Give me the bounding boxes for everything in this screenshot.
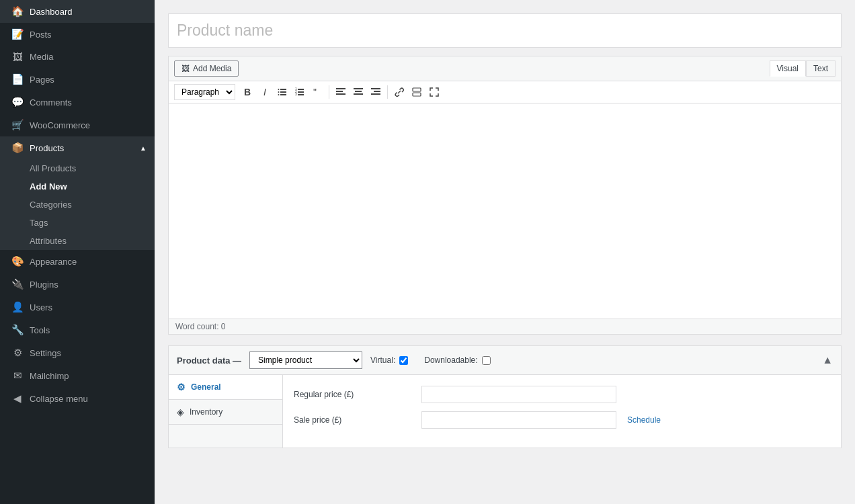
svg-rect-8	[298, 94, 304, 95]
toolbar-separator-1	[329, 85, 329, 99]
svg-text:": "	[313, 87, 317, 97]
sidebar-item-products[interactable]: 📦 Products ▲	[0, 136, 155, 159]
svg-rect-13	[336, 88, 345, 89]
link-button[interactable]	[391, 84, 407, 100]
regular-price-row: Regular price (£)	[294, 386, 830, 403]
bold-button[interactable]: B	[239, 84, 255, 100]
svg-rect-21	[371, 93, 380, 95]
sidebar-item-label: Mailchimp	[30, 371, 147, 381]
svg-rect-0	[280, 89, 286, 90]
visual-text-tabs: Visual Text	[770, 60, 836, 77]
plugins-icon: 🔌	[11, 278, 24, 290]
svg-rect-19	[371, 88, 380, 89]
pd-tab-general-label: General	[191, 382, 221, 392]
sidebar-item-label: Comments	[30, 97, 147, 108]
sidebar-collapse-menu[interactable]: ◀ Collapse menu	[0, 387, 155, 410]
italic-button[interactable]: I	[257, 84, 273, 100]
paragraph-select[interactable]: Paragraph	[174, 84, 235, 100]
svg-point-3	[278, 89, 280, 90]
sidebar-item-comments[interactable]: 💬 Comments	[0, 91, 155, 114]
sidebar-item-label: Products	[30, 143, 134, 153]
editor-toolbar: Paragraph B I 123 "	[169, 81, 841, 103]
insert-row-button[interactable]	[409, 84, 425, 100]
toolbar-separator-2	[387, 85, 388, 99]
settings-icon: ⚙	[11, 347, 24, 359]
sidebar-item-tools[interactable]: 🔧 Tools	[0, 319, 155, 341]
sidebar-item-woocommerce[interactable]: 🛒 WooCommerce	[0, 114, 155, 136]
sidebar-item-users[interactable]: 👤 Users	[0, 296, 155, 319]
align-center-button[interactable]	[350, 84, 366, 100]
comments-icon: 💬	[11, 96, 24, 108]
woocommerce-icon: 🛒	[11, 119, 24, 131]
submenu-tags[interactable]: Tags	[0, 214, 155, 232]
ordered-list-button[interactable]: 123	[292, 84, 308, 100]
downloadable-area: Downloadable:	[424, 355, 490, 365]
sidebar-item-appearance[interactable]: 🎨 Appearance	[0, 250, 155, 273]
collapse-icon: ◀	[11, 392, 24, 405]
submenu-all-products[interactable]: All Products	[0, 159, 155, 177]
posts-icon: 📝	[11, 28, 24, 40]
svg-point-5	[278, 94, 280, 95]
svg-rect-7	[298, 91, 304, 93]
svg-rect-23	[413, 93, 421, 96]
pd-tab-inventory[interactable]: ◈ Inventory	[169, 400, 282, 425]
pd-tab-inventory-label: Inventory	[190, 407, 222, 417]
submenu-attributes[interactable]: Attributes	[0, 232, 155, 250]
sidebar-item-label: Users	[30, 302, 147, 312]
submenu-categories[interactable]: Categories	[0, 196, 155, 214]
sale-price-row: Sale price (£) Schedule	[294, 411, 830, 429]
sidebar-item-settings[interactable]: ⚙ Settings	[0, 341, 155, 364]
word-count-bar: Word count: 0	[169, 319, 841, 334]
add-media-button[interactable]: 🖼 Add Media	[174, 60, 239, 77]
product-data-section: Product data — Simple product Variable p…	[168, 345, 842, 448]
downloadable-checkbox[interactable]	[482, 356, 491, 365]
sidebar-item-label: Tools	[30, 325, 147, 335]
sidebar-item-pages[interactable]: 📄 Pages	[0, 68, 155, 91]
product-data-collapse-button[interactable]: ▲	[822, 354, 833, 366]
virtual-label: Virtual:	[370, 355, 395, 365]
sidebar-item-label: Pages	[30, 75, 147, 85]
sidebar-item-label: Collapse menu	[30, 394, 147, 404]
unordered-list-button[interactable]	[274, 84, 290, 100]
align-left-button[interactable]	[333, 84, 349, 100]
pd-tab-general[interactable]: ⚙ General	[169, 375, 282, 400]
product-data-content: Regular price (£) Sale price (£) Schedul…	[283, 375, 841, 448]
svg-rect-6	[298, 89, 304, 90]
svg-rect-1	[280, 91, 286, 93]
product-data-header: Product data — Simple product Variable p…	[169, 346, 841, 375]
sidebar-item-dashboard[interactable]: 🏠 Dashboard	[0, 0, 155, 23]
svg-point-4	[278, 91, 280, 93]
svg-rect-22	[413, 88, 421, 91]
sidebar-item-mailchimp[interactable]: ✉ Mailchimp	[0, 364, 155, 387]
add-media-label: Add Media	[193, 64, 231, 73]
svg-rect-18	[354, 93, 363, 95]
regular-price-input[interactable]	[421, 386, 616, 403]
sidebar-item-media[interactable]: 🖼 Media	[0, 46, 155, 68]
schedule-link[interactable]: Schedule	[627, 415, 661, 425]
tab-text[interactable]: Text	[806, 60, 836, 77]
product-data-tabs: ⚙ General ◈ Inventory	[169, 375, 283, 448]
virtual-checkbox[interactable]	[399, 356, 408, 365]
product-type-select[interactable]: Simple product Variable product Grouped …	[249, 351, 362, 369]
blockquote-button[interactable]: "	[309, 84, 325, 100]
editor-top-bar: 🖼 Add Media Visual Text	[169, 56, 841, 81]
fullscreen-button[interactable]	[426, 84, 442, 100]
sidebar-item-plugins[interactable]: 🔌 Plugins	[0, 273, 155, 296]
svg-text:3: 3	[295, 92, 297, 96]
sidebar-item-label: Appearance	[30, 257, 147, 267]
svg-rect-14	[336, 91, 343, 92]
align-right-button[interactable]	[368, 84, 384, 100]
svg-rect-17	[355, 91, 362, 92]
tab-visual[interactable]: Visual	[770, 60, 806, 77]
products-icon: 📦	[11, 142, 24, 154]
product-name-input[interactable]	[168, 13, 842, 48]
product-data-label: Product data —	[177, 355, 241, 366]
virtual-area: Virtual:	[370, 355, 408, 365]
submenu-add-new[interactable]: Add New	[0, 177, 155, 196]
sidebar-item-posts[interactable]: 📝 Posts	[0, 23, 155, 46]
mailchimp-icon: ✉	[11, 370, 24, 382]
sale-price-input[interactable]	[421, 411, 616, 429]
svg-rect-2	[280, 94, 286, 95]
editor-body[interactable]	[169, 103, 841, 319]
svg-rect-15	[336, 93, 345, 95]
